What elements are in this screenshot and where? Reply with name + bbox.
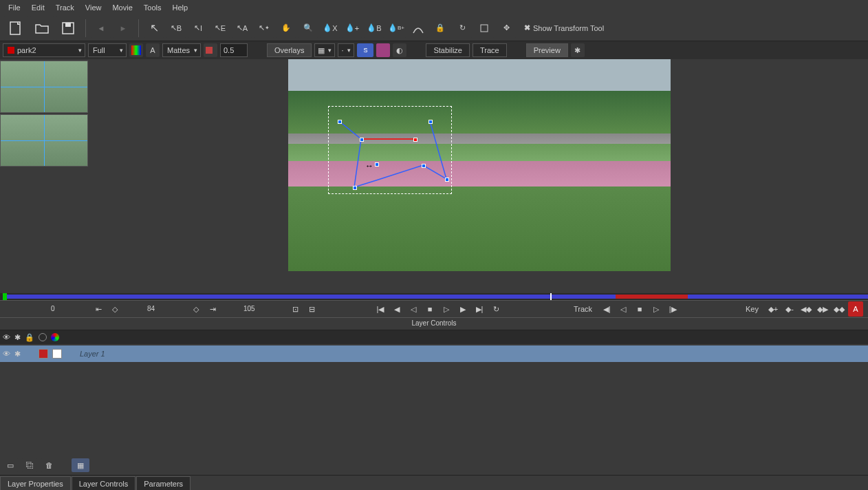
thumbnail-2[interactable] bbox=[0, 114, 88, 167]
mattes-dropdown[interactable]: Mattes bbox=[162, 43, 201, 57]
in-point[interactable] bbox=[3, 293, 7, 300]
overlays-button[interactable]: Overlays bbox=[267, 43, 312, 57]
pointer-fx-tool[interactable]: ↖✦ bbox=[254, 19, 274, 38]
key-prev-button[interactable]: ◇ bbox=[107, 301, 122, 317]
rgb-button[interactable] bbox=[129, 43, 143, 57]
stabilize-button[interactable]: Stabilize bbox=[426, 43, 470, 57]
layer-row[interactable]: 👁 ✱ Layer 1 bbox=[0, 345, 868, 362]
pointer-i-tool[interactable]: ↖I bbox=[188, 19, 208, 38]
drop-x-tool[interactable]: 💧X bbox=[321, 19, 340, 38]
drop-b-tool[interactable]: 💧B bbox=[365, 19, 384, 38]
pink-button[interactable] bbox=[376, 43, 390, 57]
key-add-button[interactable]: ◆+ bbox=[766, 301, 781, 317]
thumbnail-1[interactable] bbox=[0, 61, 88, 113]
goto-start-button[interactable]: |◀ bbox=[373, 301, 388, 317]
spline-point-active[interactable] bbox=[413, 138, 417, 142]
grid-s-button[interactable]: S bbox=[357, 43, 373, 57]
menu-file[interactable]: File bbox=[4, 1, 25, 14]
crop-tool[interactable] bbox=[475, 19, 494, 38]
zoom-out-button[interactable]: ⊟ bbox=[304, 301, 319, 317]
open-file-button[interactable] bbox=[30, 17, 54, 40]
alpha-button[interactable]: A bbox=[146, 43, 160, 57]
pointer-b-tool[interactable]: ↖B bbox=[166, 19, 186, 38]
step-fwd-button[interactable]: ▷ bbox=[439, 301, 454, 317]
spline-point[interactable] bbox=[375, 162, 379, 167]
opacity-icon[interactable] bbox=[204, 43, 217, 57]
key-prev2-button[interactable]: ◀◆ bbox=[799, 301, 814, 317]
visibility-icon[interactable]: 👁 bbox=[3, 333, 10, 341]
sparkle-button[interactable]: ✱ bbox=[571, 43, 585, 57]
lock-icon[interactable]: 🔒 bbox=[25, 333, 34, 342]
scrub-bar[interactable] bbox=[0, 293, 868, 300]
delete-layer-button[interactable]: 🗑 bbox=[41, 458, 56, 472]
menu-tools[interactable]: Tools bbox=[140, 1, 166, 14]
gear-toggle[interactable]: ✱ bbox=[14, 350, 21, 359]
pointer-tool[interactable]: ↖ bbox=[144, 19, 164, 38]
pointer-a-tool[interactable]: ↖A bbox=[232, 19, 252, 38]
goto-end-button[interactable]: ▶| bbox=[472, 301, 487, 317]
spline-point[interactable] bbox=[353, 186, 357, 190]
circle-icon[interactable] bbox=[39, 333, 47, 341]
set-out-button[interactable]: ⇥ bbox=[205, 301, 220, 317]
quality-dropdown[interactable]: Full bbox=[88, 43, 127, 57]
spline-point[interactable] bbox=[338, 120, 342, 124]
visibility-toggle[interactable]: 👁 bbox=[3, 350, 10, 358]
layer-color-white[interactable] bbox=[52, 349, 62, 359]
tab-layer-controls[interactable]: Layer Controls bbox=[72, 476, 136, 490]
menu-track[interactable]: Track bbox=[52, 1, 78, 14]
track-fwd-button[interactable]: |▶ bbox=[665, 301, 680, 317]
zoom-tool[interactable]: 🔍 bbox=[299, 19, 318, 38]
overlay-mode-dropdown[interactable]: ▦ bbox=[314, 43, 335, 57]
hand-tool[interactable]: ✋ bbox=[276, 19, 296, 38]
trace-button[interactable]: Trace bbox=[473, 43, 507, 57]
duplicate-layer-button[interactable]: ⿻ bbox=[22, 458, 37, 472]
selection-box-outer[interactable] bbox=[328, 106, 452, 194]
spline-point[interactable] bbox=[445, 178, 449, 182]
set-in-button[interactable]: ⇤ bbox=[91, 301, 106, 317]
track-step-fwd-button[interactable]: ▷ bbox=[649, 301, 664, 317]
lock-tool[interactable]: 🔒 bbox=[431, 19, 450, 38]
key-del-button[interactable]: ◆- bbox=[782, 301, 797, 317]
undo-button[interactable]: ◄ bbox=[91, 19, 111, 38]
color-icon[interactable] bbox=[51, 333, 59, 341]
menu-movie[interactable]: Movie bbox=[108, 1, 136, 14]
layer-color-red[interactable] bbox=[39, 349, 48, 359]
tab-parameters[interactable]: Parameters bbox=[136, 476, 191, 490]
mask-button[interactable]: ◐ bbox=[393, 43, 406, 57]
drop-bplus-tool[interactable]: 💧B+ bbox=[387, 19, 406, 38]
new-file-button[interactable] bbox=[4, 17, 28, 40]
new-layer-button[interactable]: ▭ bbox=[3, 458, 18, 472]
viewer-canvas[interactable]: ↔ bbox=[288, 59, 671, 271]
spline-point[interactable] bbox=[422, 164, 426, 168]
menu-help[interactable]: Help bbox=[168, 1, 192, 14]
track-step-back-button[interactable]: ◁ bbox=[616, 301, 631, 317]
curve-tool[interactable] bbox=[409, 19, 428, 38]
play-reverse-button[interactable]: ◀ bbox=[389, 301, 404, 317]
menu-edit[interactable]: Edit bbox=[28, 1, 49, 14]
show-transform-toggle[interactable]: ✖ Show Transform Tool bbox=[524, 23, 604, 32]
project-dropdown[interactable]: park2 bbox=[3, 43, 85, 57]
group-layer-button[interactable]: ▦ bbox=[72, 458, 89, 472]
key-auto-button[interactable]: A bbox=[848, 301, 863, 317]
save-file-button[interactable] bbox=[56, 17, 80, 40]
tab-layer-properties[interactable]: Layer Properties bbox=[0, 476, 71, 490]
spline-point[interactable] bbox=[428, 120, 433, 124]
rotate-tool[interactable]: ↻ bbox=[453, 19, 472, 38]
drop-plus-tool[interactable]: 💧+ bbox=[343, 19, 362, 38]
spline-point[interactable] bbox=[360, 138, 364, 142]
gear-icon[interactable]: ✱ bbox=[14, 333, 21, 342]
opacity-input[interactable] bbox=[220, 43, 248, 57]
move-tool[interactable]: ✥ bbox=[497, 19, 516, 38]
pointer-e-tool[interactable]: ↖E bbox=[210, 19, 230, 38]
preview-button[interactable]: Preview bbox=[526, 43, 568, 57]
key-next-button[interactable]: ◇ bbox=[188, 301, 204, 317]
play-button[interactable]: ▶ bbox=[455, 301, 470, 317]
stop-button[interactable]: ■ bbox=[422, 301, 437, 317]
menu-view[interactable]: View bbox=[81, 1, 106, 14]
key-all-button[interactable]: ◆◆ bbox=[832, 301, 847, 317]
step-back-button[interactable]: ◁ bbox=[406, 301, 421, 317]
layer-name[interactable]: Layer 1 bbox=[80, 350, 105, 358]
key-next2-button[interactable]: ◆▶ bbox=[815, 301, 830, 317]
zoom-in-button[interactable]: ⊡ bbox=[287, 301, 303, 317]
track-stop-button[interactable]: ■ bbox=[632, 301, 647, 317]
